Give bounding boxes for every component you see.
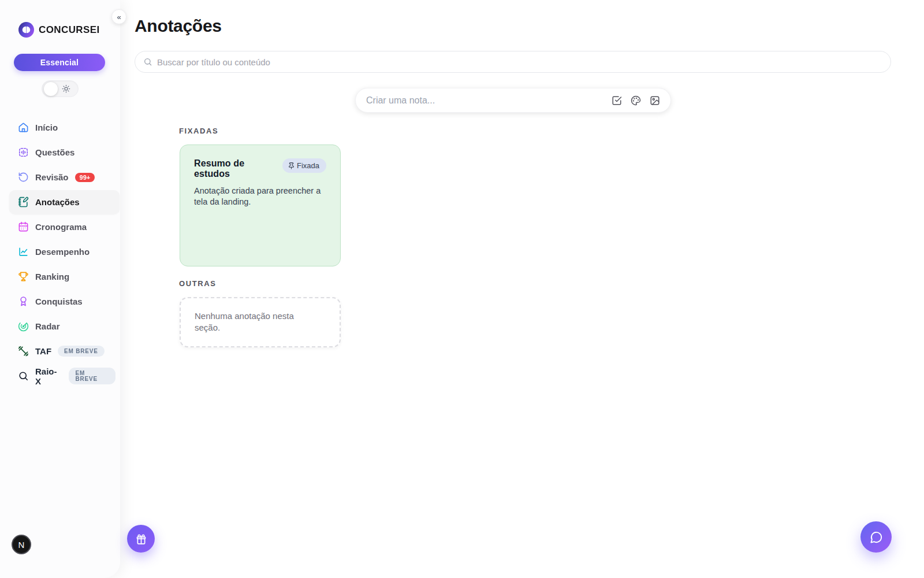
- avatar-letter: N: [18, 540, 25, 550]
- medal-icon: [18, 296, 29, 307]
- sidebar-item-label: Início: [35, 123, 58, 132]
- taf-soon-badge: EM BREVE: [58, 346, 105, 357]
- checkbox-icon[interactable]: [612, 95, 622, 106]
- palette-icon[interactable]: [631, 95, 641, 106]
- note-title: Resumo de estudos: [194, 158, 275, 179]
- note-composer[interactable]: [355, 88, 671, 113]
- sidebar-item-label: Conquistas: [35, 297, 83, 306]
- trophy-icon: [18, 271, 29, 282]
- theme-toggle[interactable]: [42, 80, 79, 97]
- sidebar-item-label: Desempenho: [35, 247, 90, 257]
- brand-logo[interactable]: CONCURSEI: [18, 22, 120, 38]
- chat-bubble-icon: [870, 531, 883, 544]
- plan-badge-button[interactable]: Essencial: [14, 54, 105, 71]
- home-icon: [18, 122, 29, 133]
- sidebar-item-label: TAF: [35, 346, 51, 356]
- sidebar-item-inicio[interactable]: Início: [9, 116, 116, 139]
- sun-icon: [62, 84, 70, 93]
- chart-line-icon: [18, 246, 29, 257]
- brand-logo-icon: [18, 22, 34, 38]
- pinned-badge: Fixada: [282, 158, 326, 173]
- sidebar-item-conquistas[interactable]: Conquistas: [9, 290, 116, 313]
- toggle-knob[interactable]: [44, 82, 58, 96]
- sidebar-item-questoes[interactable]: Questões: [9, 140, 116, 164]
- sidebar-item-raiox[interactable]: Raio-X EM BREVE: [9, 364, 116, 388]
- search-icon: [18, 370, 29, 381]
- notebook-pen-icon: [18, 197, 29, 208]
- image-icon[interactable]: [650, 95, 660, 106]
- raiox-soon-badge: EM BREVE: [69, 368, 116, 384]
- sidebar-collapse-button[interactable]: «: [111, 9, 126, 24]
- sidebar-item-label: Ranking: [35, 272, 69, 281]
- sidebar-item-label: Questões: [35, 147, 74, 157]
- dev-badge-avatar[interactable]: N: [12, 535, 31, 554]
- sidebar-item-label: Raio-X: [35, 366, 62, 386]
- sidebar-item-ranking[interactable]: Ranking: [9, 265, 116, 288]
- brain-scan-icon: [18, 147, 29, 158]
- note-card-header: Resumo de estudos Fixada: [194, 158, 326, 179]
- search-icon: [143, 57, 152, 66]
- gift-icon: [135, 533, 147, 545]
- note-card-pinned[interactable]: Resumo de estudos Fixada Anotação criada…: [180, 144, 341, 266]
- page-title: Anotações: [135, 16, 222, 36]
- pinned-badge-label: Fixada: [297, 161, 319, 170]
- sidebar-item-label: Revisão: [35, 172, 69, 182]
- search-bar[interactable]: [135, 51, 891, 73]
- pinned-section-heading: FIXADAS: [179, 127, 218, 135]
- main-content: Anotações: [120, 0, 924, 578]
- calendar-icon: [18, 221, 29, 232]
- dumbbell-icon: [18, 346, 29, 357]
- gift-button[interactable]: [127, 525, 155, 553]
- sidebar: « CONCURSEI Essencial Início: [0, 0, 120, 578]
- sidebar-item-anotacoes[interactable]: Anotações: [9, 190, 120, 214]
- composer-input[interactable]: [366, 95, 612, 106]
- others-section-heading: OUTRAS: [179, 279, 217, 288]
- chat-button[interactable]: [860, 521, 892, 553]
- chevrons-left-icon: «: [117, 13, 121, 21]
- sidebar-item-label: Anotações: [35, 197, 80, 207]
- sidebar-item-label: Cronograma: [35, 222, 87, 232]
- composer-actions: [612, 95, 660, 106]
- sidebar-item-radar[interactable]: Radar: [9, 314, 116, 338]
- empty-notes-text: Nenhuma anotação nesta seção.: [195, 310, 322, 334]
- sidebar-item-label: Radar: [35, 321, 60, 331]
- search-input[interactable]: [157, 57, 882, 67]
- note-body: Anotação criada para preencher a tela da…: [194, 186, 324, 208]
- sidebar-item-desempenho[interactable]: Desempenho: [9, 240, 116, 264]
- sidebar-item-cronograma[interactable]: Cronograma: [9, 215, 116, 239]
- rotate-ccw-icon: [18, 172, 29, 183]
- sidebar-item-taf[interactable]: TAF EM BREVE: [9, 339, 116, 363]
- radar-icon: [18, 321, 29, 332]
- sidebar-nav: Início Questões Revisão 99+: [0, 114, 120, 389]
- empty-notes-card: Nenhuma anotação nesta seção.: [180, 297, 341, 347]
- pin-icon: [288, 162, 295, 169]
- revisao-count-badge: 99+: [75, 173, 95, 182]
- sidebar-item-revisao[interactable]: Revisão 99+: [9, 165, 116, 189]
- brand-name: CONCURSEI: [39, 24, 100, 36]
